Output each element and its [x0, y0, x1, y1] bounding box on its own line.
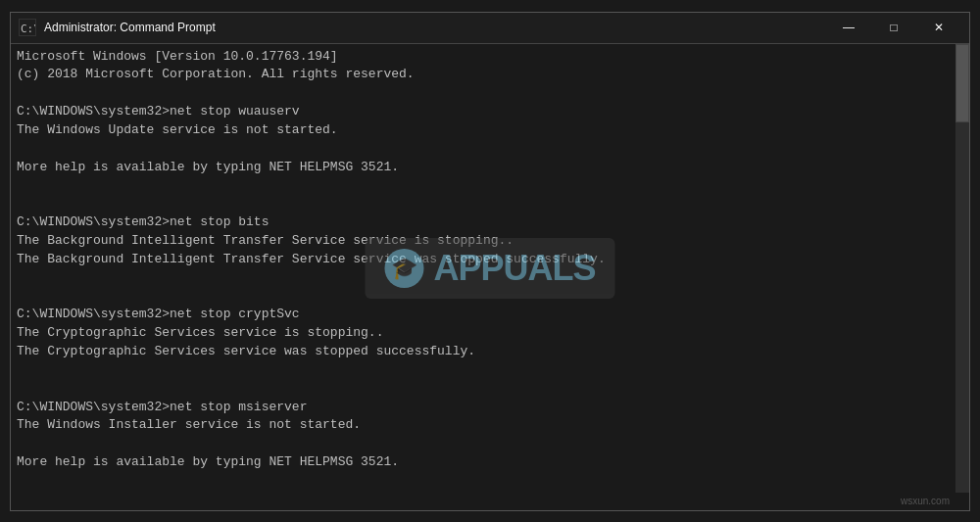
console-output: Microsoft Windows [Version 10.0.17763.19…: [17, 48, 963, 493]
console-area[interactable]: Microsoft Windows [Version 10.0.17763.19…: [11, 44, 969, 493]
app-icon: C:\: [19, 19, 36, 36]
scrollbar-track[interactable]: [956, 44, 969, 493]
window-title: Administrator: Command Prompt: [44, 21, 826, 34]
site-watermark: wsxun.com: [901, 496, 950, 506]
svg-text:C:\: C:\: [21, 23, 35, 35]
scrollbar-thumb[interactable]: [956, 44, 969, 122]
minimize-button[interactable]: —: [826, 12, 871, 43]
cmd-window: C:\ Administrator: Command Prompt — □ ✕ …: [10, 12, 970, 511]
close-button[interactable]: ✕: [916, 12, 961, 43]
bottom-bar: wsxun.com: [11, 493, 969, 510]
title-bar: C:\ Administrator: Command Prompt — □ ✕: [11, 13, 969, 44]
maximize-button[interactable]: □: [871, 12, 916, 43]
window-controls: — □ ✕: [826, 12, 961, 43]
